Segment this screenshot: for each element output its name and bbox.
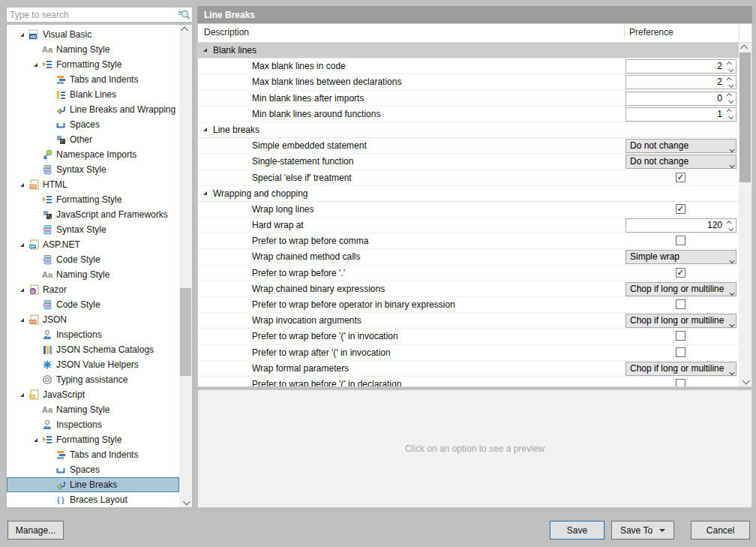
expander-icon[interactable] [16, 318, 28, 322]
tree-item-tabs-and-indents[interactable]: Tabs and Indents [7, 447, 179, 462]
tree-item-code-style[interactable]: Code Style [7, 252, 179, 267]
search-icon[interactable] [177, 9, 190, 21]
tree-item-javascript[interactable]: JSJavaScript [7, 387, 179, 402]
tree-item-syntax-style[interactable]: Syntax Style [7, 222, 179, 237]
option-row[interactable]: Special 'else if' treatment✓ [198, 170, 739, 186]
grid-scrollbar[interactable] [739, 43, 752, 386]
tree-item-spaces[interactable]: Spaces [7, 117, 179, 132]
option-row[interactable]: Wrap invocation argumentsChop if long or… [198, 313, 739, 329]
spinner-down-icon[interactable] [728, 114, 734, 119]
scroll-up-icon[interactable] [179, 25, 192, 36]
tree-item-javascript-and-frameworks[interactable]: JavaScript and Frameworks [7, 207, 179, 222]
number-spinner[interactable]: 120 [626, 218, 736, 233]
tree-item-razor[interactable]: @Razor [7, 282, 179, 297]
group-row[interactable]: Line breaks [198, 122, 739, 138]
tree-item-formatting-style[interactable]: Formatting Style [7, 57, 179, 72]
option-row[interactable]: Prefer to wrap before operator in binary… [198, 297, 739, 313]
tree-item-namespace-imports[interactable]: Namespace Imports [7, 147, 179, 162]
number-spinner[interactable]: 2 [626, 75, 736, 89]
option-row[interactable]: Prefer to wrap before '.'✓ [198, 266, 739, 281]
option-row[interactable]: Wrap chained method callsSimple wrap [198, 249, 739, 265]
preference-checkbox[interactable] [676, 379, 686, 386]
group-row[interactable]: Blank lines [198, 43, 739, 59]
preference-dropdown[interactable]: Do not change [626, 155, 736, 169]
preference-dropdown[interactable]: Simple wrap [626, 250, 736, 264]
expander-icon[interactable] [16, 33, 28, 37]
grid-scrollbar-thumb[interactable] [740, 53, 751, 182]
expander-icon[interactable] [16, 183, 28, 187]
save-button[interactable]: Save [550, 521, 604, 539]
tree-scrollbar[interactable] [179, 25, 192, 507]
tree-item-visual-basic[interactable]: VBVisual Basic [7, 27, 179, 42]
preference-checkbox[interactable] [676, 331, 686, 341]
option-row[interactable]: Prefer to wrap after '(' in invocation [198, 345, 739, 361]
tree-item-json-schema-catalogs[interactable]: JSON Schema Catalogs [7, 342, 179, 357]
preference-dropdown[interactable]: Chop if long or multiline [626, 362, 736, 376]
tree-item-inspections[interactable]: Inspections [7, 417, 179, 432]
option-row[interactable]: Simple embedded statementDo not change [198, 138, 739, 154]
search-input[interactable] [7, 8, 177, 21]
tree-item-asp-net[interactable]: ASPASP.NET [7, 237, 179, 252]
option-row[interactable]: Wrap formal parametersChop if long or mu… [198, 361, 739, 377]
tree-item-formatting-style[interactable]: Formatting Style [7, 192, 179, 207]
preference-checkbox[interactable]: ✓ [676, 204, 686, 214]
preference-checkbox[interactable]: ✓ [676, 268, 686, 278]
tree-item-syntax-style[interactable]: Syntax Style [7, 162, 179, 177]
option-row[interactable]: Min blank lines around functions1 [198, 107, 739, 122]
preference-checkbox[interactable] [676, 236, 686, 245]
spinner-up-icon[interactable] [726, 62, 731, 67]
tree-item-inspections[interactable]: Inspections [7, 327, 179, 342]
tree-item-naming-style[interactable]: AaNaming Style [7, 42, 179, 57]
preference-dropdown[interactable]: Chop if long or multiline [626, 314, 736, 328]
option-row[interactable]: Single-statement functionDo not change [198, 154, 739, 170]
option-row[interactable]: Max blank lines in code2 [198, 59, 739, 74]
tree-item-html[interactable]: HTMLHTML [7, 177, 179, 192]
tree-item-naming-style[interactable]: AaNaming Style [7, 267, 179, 282]
expander-icon[interactable] [16, 243, 28, 247]
tree-item-blank-lines[interactable]: Blank Lines [7, 87, 179, 102]
spinner-up-icon[interactable] [726, 221, 731, 226]
preference-dropdown[interactable]: Chop if long or multiline [626, 282, 736, 296]
tree-item-other[interactable]: Other [7, 132, 179, 147]
preference-checkbox[interactable]: ✓ [676, 173, 686, 182]
option-row[interactable]: Prefer to wrap before '(' in declaration [198, 377, 739, 386]
option-row[interactable]: Min blank lines after imports0 [198, 91, 739, 107]
group-collapse-icon[interactable] [203, 191, 207, 195]
manage-button[interactable]: Manage... [8, 521, 64, 539]
option-row[interactable]: Hard wrap at120 [198, 218, 739, 233]
group-collapse-icon[interactable] [203, 128, 207, 131]
scroll-down-icon[interactable] [179, 496, 192, 507]
preference-dropdown[interactable]: Do not change [626, 139, 736, 153]
spinner-down-icon[interactable] [728, 67, 734, 72]
save-to-button[interactable]: Save To [611, 521, 674, 539]
number-spinner[interactable]: 0 [626, 92, 736, 106]
tree-item-line-breaks[interactable]: Line Breaks [7, 477, 179, 492]
tree-item-json[interactable]: JSONJSON [7, 312, 179, 327]
expander-icon[interactable] [16, 393, 28, 397]
expander-icon[interactable] [30, 63, 41, 67]
spinner-down-icon[interactable] [728, 226, 734, 231]
spinner-down-icon[interactable] [728, 98, 734, 104]
preference-checkbox[interactable] [676, 299, 686, 309]
tree-item-formatting-style[interactable]: Formatting Style [7, 432, 179, 447]
expander-icon[interactable] [16, 288, 28, 292]
tree-item-naming-style[interactable]: AaNaming Style [7, 402, 179, 417]
spinner-down-icon[interactable] [728, 83, 734, 88]
option-row[interactable]: Wrap long lines✓ [198, 202, 739, 218]
option-row[interactable]: Prefer to wrap before '(' in invocation [198, 329, 739, 344]
group-row[interactable]: Wrapping and chopping [198, 186, 739, 202]
option-row[interactable]: Max blank lines between declarations2 [198, 74, 739, 90]
number-spinner[interactable]: 2 [626, 59, 736, 74]
option-row[interactable]: Wrap chained binary expressionsChop if l… [198, 281, 739, 297]
option-row[interactable]: Prefer to wrap before comma [198, 233, 739, 249]
tree-scrollbar-thumb[interactable] [180, 288, 191, 376]
tree-item-spaces[interactable]: Spaces [7, 462, 179, 477]
number-spinner[interactable]: 1 [626, 107, 736, 122]
tree-item-tabs-and-indents[interactable]: Tabs and Indents [7, 72, 179, 87]
cancel-button[interactable]: Cancel [691, 521, 750, 539]
tree-item-line-breaks-and-wrapping[interactable]: Line Breaks and Wrapping [7, 102, 179, 117]
tree-item-json-value-helpers[interactable]: JSON Value Helpers [7, 357, 179, 372]
preference-checkbox[interactable] [676, 347, 686, 357]
scroll-down-icon[interactable] [739, 375, 752, 386]
group-collapse-icon[interactable] [203, 48, 207, 52]
